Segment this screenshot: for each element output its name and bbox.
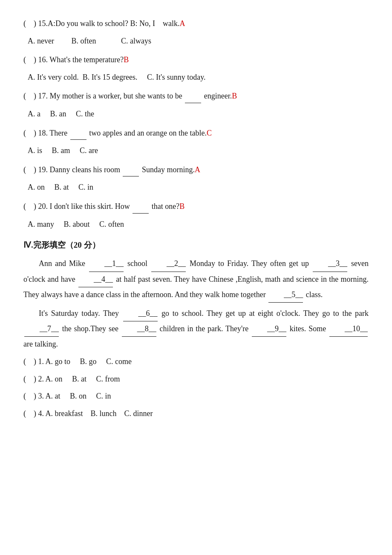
q20-options: A. many B. about C. often (23, 218, 369, 231)
paren-c2: ( ) (23, 375, 36, 383)
question-17: ( ) 17. My mother is a worker, but she w… (23, 90, 369, 103)
q16-opt-c: C. It's sunny today. (147, 73, 206, 81)
q16-options: A. It's very cold. B. It's 15 degrees. C… (23, 71, 369, 84)
paren-15: ( ) (23, 19, 36, 28)
q18-options: A. is B. am C. are (23, 144, 369, 157)
passage-paragraph-1: Ann and Mike __1__ school __2__ Monday t… (23, 256, 369, 302)
q19-answer: A (195, 165, 200, 174)
q15-opt-b: B. often (71, 37, 96, 45)
paren-c3: ( ) (23, 392, 36, 400)
q19-opt-c: C. in (78, 183, 93, 191)
q20-opt-a: A. many (28, 220, 54, 228)
question-16: ( ) 16. What's the temperature?B (23, 53, 369, 66)
q16-opt-b: B. It's 15 degrees. (83, 73, 138, 81)
q17-text: 17. My mother is a worker, but she wants… (38, 92, 232, 100)
question-18: ( ) 18. There two apples and an orange o… (23, 127, 369, 140)
question-15: ( ) 15.A:Do you walk to school? B: No, I… (23, 17, 369, 30)
cloze-q2-text: 2. A. on B. at C. from (38, 375, 120, 383)
q19-opt-b: B. at (55, 183, 69, 191)
q18-opt-a: A. is (28, 146, 42, 155)
cloze-q3-text: 3. A. at B. on C. in (38, 392, 111, 400)
q17-options: A. a B. an C. the (23, 107, 369, 121)
paren-c1: ( ) (23, 357, 36, 366)
paren-19: ( ) (23, 165, 36, 174)
q15-answer: A (179, 19, 185, 28)
q16-opt-a: A. It's very cold. (28, 73, 79, 81)
q17-opt-b: B. an (50, 110, 66, 118)
q15-opt-c: C. always (121, 37, 151, 45)
paren-c4: ( ) (23, 409, 36, 418)
question-20: ( ) 20. I don't like this skirt. How tha… (23, 200, 369, 214)
section-iv-title: Ⅳ.完形填空（20 分） (23, 238, 369, 252)
paren-16: ( ) (23, 55, 36, 64)
cloze-q4-text: 4. A. breakfast B. lunch C. dinner (38, 409, 153, 418)
cloze-q1-text: 1. A. go to B. go C. come (38, 357, 132, 366)
passage-paragraph-2: It's Saturday today. They __6__ go to sc… (23, 306, 369, 352)
q18-answer: C (207, 129, 212, 137)
q20-opt-b: B. about (64, 220, 90, 228)
q15-text: 15.A:Do you walk to school? B: No, I wal… (38, 19, 180, 28)
q18-opt-b: B. am (52, 146, 70, 155)
cloze-q4: ( ) 4. A. breakfast B. lunch C. dinner (23, 407, 369, 420)
paren-18: ( ) (23, 129, 36, 137)
q19-opt-a: A. on (28, 183, 45, 191)
q15-options: A. never B. often C. always (23, 35, 369, 48)
q15-opt-a: A. never (28, 37, 54, 45)
q16-answer: B (124, 55, 129, 64)
cloze-q3: ( ) 3. A. at B. on C. in (23, 390, 369, 403)
q20-text: 20. I don't like this skirt. How that on… (38, 202, 180, 211)
q19-options: A. on B. at C. in (23, 181, 369, 194)
q20-answer: B (179, 202, 184, 211)
cloze-q2: ( ) 2. A. on B. at C. from (23, 373, 369, 386)
q17-opt-a: A. a (28, 110, 40, 118)
paren-17: ( ) (23, 92, 36, 100)
q17-answer: B (232, 92, 237, 100)
paren-20: ( ) (23, 202, 36, 211)
q20-opt-c: C. often (99, 220, 124, 228)
question-19: ( ) 19. Danny cleans his room Sunday mor… (23, 163, 369, 177)
q17-opt-c: C. the (76, 110, 94, 118)
q18-opt-c: C. are (80, 146, 98, 155)
cloze-q1: ( ) 1. A. go to B. go C. come (23, 355, 369, 368)
q16-text: 16. What's the temperature? (38, 55, 124, 64)
q18-text: 18. There two apples and an orange on th… (38, 129, 207, 137)
q19-text: 19. Danny cleans his room Sunday morning… (38, 165, 195, 174)
